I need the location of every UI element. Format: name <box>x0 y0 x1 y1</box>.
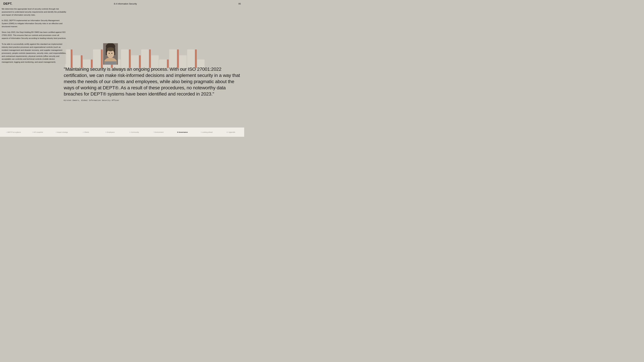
paragraph-4: To be able to successfully certify again… <box>2 42 66 64</box>
bottom-navigation[interactable]: 1 DEPT® at a glance 2 KPI snapshot 3 Imp… <box>0 128 244 137</box>
nav-number-1: 1 <box>6 131 7 133</box>
nav-label-1: DEPT® at a glance <box>7 131 21 133</box>
nav-item-clients[interactable]: 4 Clients <box>74 131 98 133</box>
company-logo: DEPT. <box>3 2 12 5</box>
person-photo <box>103 43 118 65</box>
nav-number-7: 7 <box>153 131 154 133</box>
section-title: 8.4 Information Security <box>114 2 137 5</box>
nav-number-10: 10 <box>226 131 228 133</box>
nav-item-appendix[interactable]: 10 Appendix <box>219 131 243 133</box>
nav-item-looking-ahead[interactable]: 9 Looking ahead <box>194 131 219 133</box>
nav-number-8: 8 <box>177 131 178 133</box>
right-content-area: "Maintaining security is always an ongoi… <box>64 38 244 127</box>
nav-label-9: Looking ahead <box>202 131 212 133</box>
nav-number-6: 6 <box>130 131 130 133</box>
nav-label-10: Appendix <box>228 131 235 133</box>
nav-label-2: KPI snapshot <box>34 131 43 133</box>
svg-rect-9 <box>105 61 116 65</box>
nav-item-community[interactable]: 6 Community <box>122 131 146 133</box>
nav-label-3: Impact strategy <box>57 131 68 133</box>
quote-text: "Maintaining security is always an ongoi… <box>64 66 242 97</box>
nav-label-4: Clients <box>84 131 89 133</box>
svg-point-6 <box>107 47 114 51</box>
nav-item-impact[interactable]: 3 Impact strategy <box>50 131 74 133</box>
paragraph-1: We determine the appropriate level of se… <box>2 7 66 16</box>
nav-number-2: 2 <box>32 131 33 133</box>
quote-attribution: Kirsten Zweers, Global Information Secur… <box>64 99 242 101</box>
paragraph-2: In 2022, DEPT® implemented an Informatio… <box>2 19 66 28</box>
paragraph-3: Since July 2023, the Dept Holding BV ISM… <box>2 31 66 40</box>
nav-number-5: 5 <box>105 131 106 133</box>
nav-item-dept-glance[interactable]: 1 DEPT® at a glance <box>1 131 26 133</box>
page-header: DEPT. 8.4 Information Security 95 <box>0 0 244 7</box>
nav-item-governance[interactable]: 8 Governance <box>170 131 194 133</box>
nav-number-9: 9 <box>201 131 202 133</box>
quote-section: "Maintaining security is always an ongoi… <box>64 66 244 101</box>
photo-placeholder <box>103 43 118 65</box>
svg-point-7 <box>109 53 110 54</box>
nav-label-5: Employees <box>107 131 115 133</box>
nav-label-7: Environment <box>154 131 163 133</box>
left-text-content: We determine the appropriate level of se… <box>2 7 66 67</box>
nav-item-employees[interactable]: 5 Employees <box>98 131 122 133</box>
nav-number-4: 4 <box>83 131 84 133</box>
nav-item-environment[interactable]: 7 Environment <box>146 131 170 133</box>
nav-label-8: Governance <box>178 131 188 133</box>
nav-label-6: Community <box>131 131 139 133</box>
nav-number-3: 3 <box>56 131 56 133</box>
nav-item-kpi[interactable]: 2 KPI snapshot <box>26 131 50 133</box>
svg-point-8 <box>111 53 112 54</box>
page-number: 95 <box>238 2 241 5</box>
